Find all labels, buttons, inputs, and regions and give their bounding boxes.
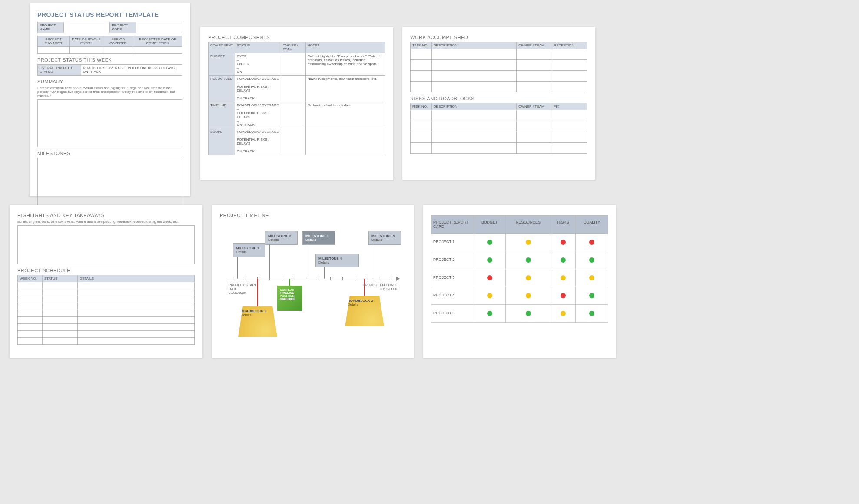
status-cell (506, 305, 551, 323)
proj-code-label: PROJECT CODE (110, 22, 136, 33)
hdr-date-entry: DATE OF STATUS ENTRY (69, 36, 103, 47)
sched-title: PROJECT SCHEDULE (17, 268, 195, 273)
status-dot-icon (589, 293, 594, 298)
status-cell (506, 287, 551, 305)
page-5: PROJECT TIMELINE MILESTONE 1Details MILE… (212, 205, 414, 358)
table-row: PROJECT 3 (431, 269, 608, 287)
table-row: PROJECT 4 (431, 287, 608, 305)
timeline-axis (229, 279, 397, 279)
status-cell (576, 234, 608, 251)
status-dot-icon (487, 293, 492, 298)
page-3: WORK ACCOMPLISHED TASK NO. DESCRIPTION O… (402, 27, 595, 180)
status-cell (506, 251, 551, 269)
status-cell (506, 234, 551, 251)
summary-box[interactable] (37, 99, 182, 147)
project-name: PROJECT 1 (431, 234, 474, 251)
report-card-table: PROJECT REPORT CARD BUDGET RESOURCES RIS… (431, 215, 608, 323)
status-cell (551, 305, 576, 323)
hl-title: HIGHLIGHTS AND KEY TAKEAWAYS (17, 213, 195, 218)
milestones-title: MILESTONES (37, 151, 182, 156)
roadblock-2: ROADBLOCK 2Details (345, 296, 384, 326)
current-position: CURRENT TIMELINE POSITION00/00/0000 (277, 286, 302, 311)
status-cell (474, 251, 505, 269)
project-name: PROJECT 3 (431, 269, 474, 287)
milestones-box[interactable] (37, 158, 182, 205)
risks-table: RISK NO. DESCRIPTION OWNER / TEAM FIX (410, 103, 587, 154)
table-row: PROJECT 2 (431, 251, 608, 269)
status-cell (576, 251, 608, 269)
proj-name-label: PROJECT NAME (38, 22, 64, 33)
hdr-pm: PROJECT MANAGER (38, 36, 70, 47)
project-name: PROJECT 2 (431, 251, 474, 269)
hl-box[interactable] (17, 225, 195, 264)
status-cell (576, 287, 608, 305)
status-dot-icon (526, 257, 531, 263)
arrow-icon (396, 277, 400, 281)
status-week-title: PROJECT STATUS THIS WEEK (37, 57, 182, 63)
status-cell (474, 234, 505, 251)
summary-title: SUMMARY (37, 79, 182, 84)
milestone-3: MILESTONE 3Details (302, 231, 335, 245)
status-cell (506, 269, 551, 287)
proj-name-value[interactable] (63, 22, 110, 33)
timeline: MILESTONE 1Details MILESTONE 2Details MI… (220, 222, 406, 344)
status-cell (551, 251, 576, 269)
status-dot-icon (526, 275, 531, 280)
table-row: PROJECT 5 (431, 305, 608, 323)
status-dot-icon (561, 257, 566, 263)
proj-id-table: PROJECT NAME PROJECT CODE (37, 22, 182, 33)
project-name: PROJECT 5 (431, 305, 474, 323)
work-title: WORK ACCOMPLISHED (410, 35, 587, 40)
status-dot-icon (487, 240, 492, 245)
status-cell (551, 287, 576, 305)
page-6: PROJECT REPORT CARD BUDGET RESOURCES RIS… (423, 205, 616, 358)
c-hdr-2: OWNER / TEAM (281, 42, 305, 53)
start-label: PROJECT START DATE00/00/0000 (229, 283, 263, 295)
table-row: BUDGET OVER – UNDER – ON Call out highli… (209, 53, 385, 76)
status-table: OVERALL PROJECT STATUS ROADBLOCK / OVERA… (37, 64, 182, 76)
hdr-proj-date: PROJECTED DATE OF COMPLETION (133, 36, 182, 47)
status-dot-icon (589, 257, 594, 263)
status-cell (474, 287, 505, 305)
status-dot-icon (561, 240, 566, 245)
status-dot-icon (561, 311, 566, 316)
proj-code-value[interactable] (136, 22, 182, 33)
table-row: SCOPE ROADBLOCK / OVERAGE – POTENTIAL RI… (209, 128, 385, 155)
page-1: PROJECT STATUS REPORT TEMPLATE PROJECT N… (30, 3, 190, 196)
roadblock-1: ROADBLOCK 1Details (238, 306, 277, 337)
status-dot-icon (526, 240, 531, 245)
status-cell (576, 269, 608, 287)
milestone-2: MILESTONE 2Details (265, 231, 298, 245)
summary-hint: Enter information here about overall sta… (37, 86, 182, 98)
title: PROJECT STATUS REPORT TEMPLATE (37, 11, 182, 18)
rc-label: PROJECT REPORT CARD (431, 216, 474, 234)
sched-table: WEEK NO. STATUS DETAILS (17, 275, 195, 345)
risks-title: RISKS AND ROADBLOCKS (410, 96, 587, 101)
overall-status-label: OVERALL PROJECT STATUS (38, 65, 81, 76)
status-cell (474, 269, 505, 287)
status-dot-icon (526, 311, 531, 316)
hl-hint: Bullets of great work, who owns what, wh… (17, 220, 195, 224)
work-table: TASK NO. DESCRIPTION OWNER / TEAM RECEPT… (410, 42, 587, 92)
status-dot-icon (561, 275, 566, 280)
status-dot-icon (589, 275, 594, 280)
c-hdr-1: STATUS (235, 42, 281, 53)
status-dot-icon (589, 240, 594, 245)
timeline-title: PROJECT TIMELINE (220, 213, 406, 218)
status-dot-icon (589, 311, 594, 316)
page-4: HIGHLIGHTS AND KEY TAKEAWAYS Bullets of … (10, 205, 202, 358)
project-name: PROJECT 4 (431, 287, 474, 305)
hdr-period: PERIOD COVERED (103, 36, 133, 47)
milestone-5: MILESTONE 5Details (368, 231, 401, 245)
status-dot-icon (561, 293, 566, 298)
status-cell (551, 234, 576, 251)
status-cell (576, 305, 608, 323)
table-row: RESOURCES ROADBLOCK / OVERAGE – POTENTIA… (209, 76, 385, 102)
milestone-1: MILESTONE 1Details (233, 243, 265, 257)
status-cell (551, 269, 576, 287)
components-table: COMPONENT STATUS OWNER / TEAM NOTES BUDG… (208, 42, 385, 155)
status-dot-icon (487, 275, 492, 280)
meta-table: PROJECT MANAGER DATE OF STATUS ENTRY PER… (37, 36, 182, 54)
end-label: PROJECT END DATE00/00/0000 (362, 283, 397, 291)
overall-status-opts: ROADBLOCK / OVERAGE | POTENTIAL RISKS / … (81, 65, 182, 76)
